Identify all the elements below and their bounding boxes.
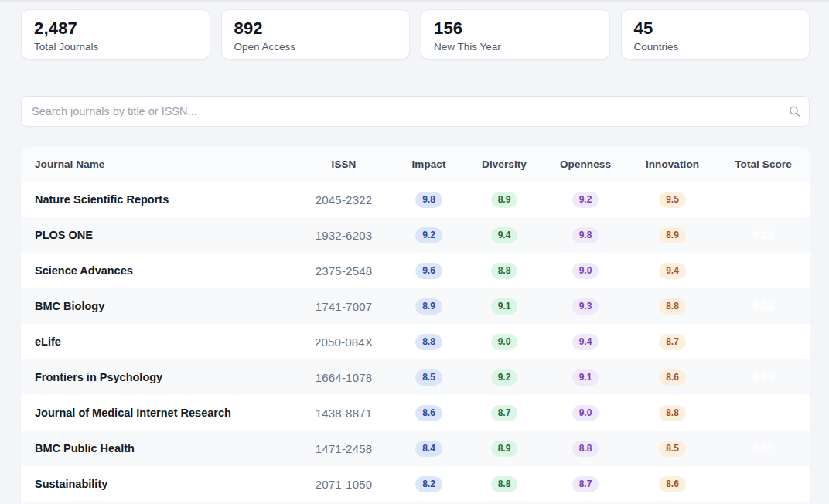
innovation-score-badge: 8.6 — [659, 476, 686, 492]
table-row[interactable]: Science Advances 2375-2548 9.6 8.8 9.0 9… — [21, 253, 810, 288]
journals-table: Journal Name ISSN Impact Diversity Openn… — [21, 147, 810, 504]
openness-score-badge: 8.7 — [572, 476, 599, 492]
stat-card-total-journals: 2,487 Total Journals — [21, 9, 210, 60]
impact-score-badge: 8.6 — [415, 405, 442, 421]
stat-value: 156 — [434, 19, 597, 39]
page-top-edge — [0, 0, 829, 2]
table-row[interactable]: Nature Scientific Reports 2045-2322 9.8 … — [21, 182, 810, 217]
stat-value: 892 — [234, 19, 397, 39]
innovation-score-badge: 8.9 — [659, 227, 686, 243]
diversity-score-badge: 9.4 — [491, 227, 518, 243]
journal-issn: 2375-2548 — [295, 253, 392, 288]
journal-name: Journal of Medical Internet Research — [21, 395, 295, 431]
stat-value: 2,487 — [34, 19, 197, 39]
impact-score-badge: 8.9 — [415, 298, 442, 315]
total-score-value: 8.57 — [752, 478, 773, 490]
impact-score-badge: 9.6 — [415, 263, 442, 279]
search-input[interactable] — [21, 96, 810, 127]
stat-label: Total Journals — [34, 41, 197, 53]
diversity-score-badge: 9.2 — [491, 369, 518, 386]
stat-value: 45 — [634, 19, 797, 39]
column-header-impact: Impact — [392, 147, 466, 182]
total-score-value: 9.33 — [752, 229, 773, 241]
journal-issn: 1932-6203 — [295, 217, 392, 253]
innovation-score-badge: 9.5 — [659, 192, 686, 208]
total-score-value: 8.77 — [752, 407, 773, 419]
openness-score-badge: 9.3 — [572, 298, 599, 315]
journal-issn: 2050-084X — [295, 324, 392, 359]
search-bar — [21, 96, 810, 127]
diversity-score-badge: 8.9 — [491, 192, 518, 208]
impact-score-badge: 9.2 — [415, 227, 442, 243]
journal-name: eLife — [21, 324, 295, 359]
diversity-score-badge: 8.9 — [491, 441, 518, 457]
stat-card-countries: 45 Countries — [621, 9, 810, 60]
journal-issn: 2071-1050 — [295, 466, 392, 502]
journal-issn: 1471-2458 — [295, 431, 392, 466]
innovation-score-badge: 8.7 — [659, 334, 686, 350]
diversity-score-badge: 9.0 — [491, 334, 518, 350]
journal-name: Nature Scientific Reports — [21, 182, 295, 217]
table-row[interactable]: Journal of Medical Internet Research 143… — [21, 395, 810, 431]
journal-issn: 2045-2322 — [295, 182, 392, 217]
stat-card-open-access: 892 Open Access — [221, 9, 411, 60]
journal-name: BMC Public Health — [21, 431, 295, 466]
column-header-innovation: Innovation — [628, 147, 717, 182]
column-header-total-score: Total Score — [717, 147, 810, 182]
journal-name: Frontiers in Psychology — [21, 359, 295, 395]
openness-score-badge: 9.0 — [572, 405, 599, 421]
diversity-score-badge: 8.8 — [491, 263, 518, 279]
total-score-value: 8.65 — [752, 442, 773, 455]
openness-score-badge: 9.0 — [572, 263, 599, 279]
innovation-score-badge: 9.4 — [659, 263, 686, 279]
stat-card-new-this-year: 156 New This Year — [421, 9, 610, 60]
diversity-score-badge: 8.8 — [491, 476, 518, 492]
innovation-score-badge: 8.8 — [659, 405, 686, 421]
openness-score-badge: 9.2 — [572, 192, 599, 208]
journal-name: BMC Biology — [21, 288, 295, 324]
total-score-value: 9.20 — [752, 264, 773, 277]
stat-label: Countries — [634, 41, 797, 53]
diversity-score-badge: 8.7 — [491, 405, 518, 421]
innovation-score-badge: 8.6 — [659, 369, 686, 386]
table-row[interactable]: Sustainability 2071-1050 8.2 8.8 8.7 8.6… — [21, 466, 810, 502]
stat-label: New This Year — [434, 41, 597, 53]
journal-issn: 1664-1078 — [295, 359, 392, 395]
table-row[interactable]: eLife 2050-084X 8.8 9.0 9.4 8.7 8.97 — [21, 324, 810, 359]
journal-issn: 1741-7007 — [295, 288, 392, 324]
table-row[interactable]: BMC Biology 1741-7007 8.9 9.1 9.3 8.8 9.… — [21, 288, 810, 324]
column-header-openness: Openness — [543, 147, 628, 182]
total-score-value: 9.35 — [752, 193, 773, 206]
column-header-diversity: Diversity — [466, 147, 543, 182]
total-score-value: 8.85 — [752, 371, 773, 383]
table-row[interactable]: Frontiers in Psychology 1664-1078 8.5 9.… — [21, 359, 810, 395]
innovation-score-badge: 8.8 — [659, 298, 686, 315]
stat-label: Open Access — [234, 41, 397, 53]
impact-score-badge: 8.4 — [415, 441, 442, 457]
column-header-issn: ISSN — [295, 147, 392, 182]
column-header-journal-name: Journal Name — [21, 147, 295, 182]
impact-score-badge: 8.5 — [415, 369, 442, 386]
journal-name: PLOS ONE — [21, 217, 295, 253]
journal-issn: 1438-8871 — [295, 395, 392, 431]
table-row[interactable]: BMC Public Health 1471-2458 8.4 8.9 8.8 … — [21, 431, 810, 466]
innovation-score-badge: 8.5 — [659, 441, 686, 457]
openness-score-badge: 9.1 — [572, 369, 599, 386]
stats-row: 2,487 Total Journals 892 Open Access 156… — [21, 9, 810, 60]
openness-score-badge: 8.8 — [572, 441, 599, 457]
total-score-value: 9.02 — [752, 300, 773, 312]
impact-score-badge: 9.8 — [415, 192, 442, 208]
total-score-value: 8.97 — [752, 335, 773, 348]
journal-name: Science Advances — [21, 253, 295, 288]
impact-score-badge: 8.2 — [415, 476, 442, 492]
journal-name: Sustainability — [21, 466, 295, 502]
openness-score-badge: 9.4 — [572, 334, 599, 350]
impact-score-badge: 8.8 — [415, 334, 442, 350]
table-header-row: Journal Name ISSN Impact Diversity Openn… — [21, 147, 810, 182]
openness-score-badge: 9.8 — [572, 227, 599, 243]
table-row[interactable]: PLOS ONE 1932-6203 9.2 9.4 9.8 8.9 9.33 — [21, 217, 810, 253]
diversity-score-badge: 9.1 — [491, 298, 518, 315]
